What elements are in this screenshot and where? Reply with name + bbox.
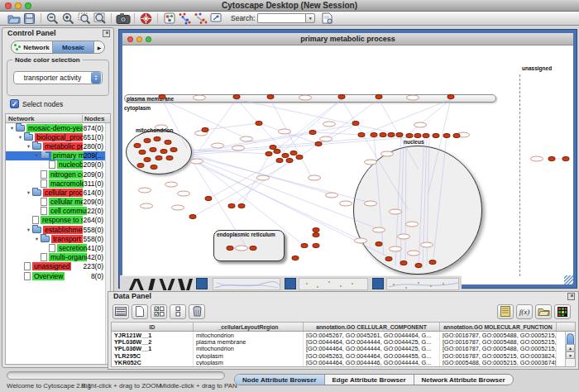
attribute-matrix-icon[interactable] (554, 304, 571, 319)
graph-node-label[interactable] (364, 201, 377, 207)
zoom-out-icon[interactable] (45, 12, 60, 25)
tab-network[interactable]: Network (12, 41, 53, 53)
graph-node-label[interactable] (256, 175, 270, 181)
graph-node-label[interactable] (278, 129, 291, 135)
tree-row[interactable]: ▼biological_process651(0) (6, 132, 110, 141)
graph-node[interactable] (160, 149, 168, 154)
graph-node[interactable] (315, 141, 323, 146)
tree-row[interactable]: cellular metabo209(0) (6, 198, 110, 207)
graph-node-label[interactable] (177, 191, 190, 197)
open-file-icon[interactable] (6, 12, 22, 25)
graph-node-label[interactable] (165, 182, 178, 188)
expander-icon[interactable]: ▼ (33, 153, 41, 158)
tree-row[interactable]: unassigned223(0) (6, 262, 110, 271)
graph-node-label[interactable] (530, 156, 543, 162)
table-row[interactable]: YPL036W__1mitochondrion[GO:0044464, GO:0… (112, 346, 575, 352)
tree-row[interactable]: macromolecule311(0) (6, 179, 110, 188)
graph-node-label[interactable] (397, 234, 410, 240)
search-dropdown-arrow-icon[interactable]: ▼ (305, 13, 315, 23)
graph-node-label[interactable] (325, 193, 338, 198)
tab-edge-attribute-browser[interactable]: Edge Attribute Browser (325, 375, 414, 385)
graph-node[interactable] (447, 94, 455, 99)
graph-node[interactable] (137, 163, 145, 168)
zoom-in-icon[interactable] (60, 12, 76, 25)
select-all-attributes-icon[interactable] (151, 304, 167, 319)
graph-node[interactable] (385, 256, 393, 261)
graph-node[interactable] (292, 256, 299, 261)
tree-row[interactable]: response to stimulu264(0) (6, 216, 110, 225)
graph-node[interactable] (150, 147, 157, 152)
graph-node[interactable] (562, 156, 570, 161)
graph-node[interactable] (433, 133, 440, 138)
graph-node-label[interactable] (308, 175, 321, 181)
graph-node-label[interactable] (235, 246, 248, 251)
graph-node-label[interactable] (299, 95, 312, 101)
zoom-fit-icon[interactable] (92, 12, 108, 25)
graph-node-label[interactable] (232, 146, 245, 151)
table-row[interactable]: YJR121W__1mitochondrion[GO:0045267, GO:0… (112, 332, 575, 338)
graph-node-label[interactable] (407, 251, 420, 256)
tree-row[interactable]: nitrogen compo209(0) (6, 170, 110, 179)
graph-node[interactable] (270, 145, 277, 150)
graph-node[interactable] (415, 263, 423, 268)
graph-node[interactable] (286, 158, 294, 163)
graph-node[interactable] (443, 133, 451, 138)
graph-node[interactable] (139, 150, 146, 155)
tree-row[interactable]: cell communicat22(0) (6, 207, 110, 216)
graph-node[interactable] (159, 94, 166, 99)
expander-icon[interactable]: ▼ (33, 237, 41, 241)
create-view-icon[interactable] (208, 12, 224, 25)
save-session-icon[interactable] (22, 12, 37, 25)
graph-node[interactable] (396, 132, 404, 137)
graph-node[interactable] (266, 151, 273, 156)
function-builder-icon[interactable]: f(x) (516, 304, 533, 319)
graph-node[interactable] (296, 155, 304, 160)
expander-icon[interactable]: ▼ (17, 135, 24, 140)
graph-node[interactable] (371, 132, 378, 137)
table-scrollbar[interactable]: ▲ ▼ (565, 332, 575, 366)
new-attribute-icon[interactable] (132, 304, 148, 319)
graph-node[interactable] (227, 246, 234, 251)
column-header[interactable]: annotation.GO MOLECULAR_FUNCTION (440, 323, 557, 331)
node-color-dropdown[interactable]: transporter activity ▲▼ (13, 71, 103, 84)
graph-node-label[interactable] (420, 242, 433, 248)
graph-node[interactable] (228, 203, 236, 208)
graph-node[interactable] (548, 156, 556, 161)
graph-node[interactable] (309, 130, 317, 135)
help-lifering-icon[interactable] (138, 12, 154, 25)
frame-titlebar[interactable]: primary metabolic process (122, 33, 573, 45)
tree-row[interactable]: nucleobase-209(0) (6, 160, 110, 170)
import-annotation-icon[interactable] (319, 12, 335, 25)
graph-node[interactable] (358, 132, 366, 137)
tree-row[interactable]: ▼primary metabol209(... (6, 151, 110, 160)
tree-row[interactable]: Overview8(0) (6, 271, 110, 280)
table-row[interactable]: YLR295Ccytoplasm[GO:0045263, GO:0044464,… (112, 352, 575, 359)
graph-node-label[interactable] (193, 95, 206, 101)
graph-node[interactable] (166, 155, 174, 160)
graph-node[interactable] (301, 243, 309, 248)
vizmapper-icon[interactable] (161, 12, 177, 25)
graph-node-label[interactable] (240, 136, 253, 142)
expander-icon[interactable]: ▼ (25, 227, 32, 232)
graph-node[interactable] (134, 143, 141, 148)
graph-node[interactable] (376, 94, 383, 99)
graph-node[interactable] (189, 214, 197, 219)
graph-node-label[interactable] (389, 209, 402, 215)
float-data-panel-icon[interactable] (567, 293, 575, 300)
graph-node-label[interactable] (389, 246, 402, 252)
graph-node-label[interactable] (339, 201, 352, 207)
graph-node[interactable] (338, 94, 346, 99)
graph-node-label[interactable] (354, 238, 367, 244)
graph-node-label[interactable] (171, 205, 184, 211)
graph-node[interactable] (165, 140, 172, 145)
graph-node[interactable] (274, 149, 281, 154)
graph-node-label[interactable] (138, 188, 151, 194)
tab-node-attribute-browser[interactable]: Node Attribute Browser (235, 375, 325, 385)
column-header[interactable]: _cellularLayoutRegion (194, 323, 304, 331)
resize-grip-icon[interactable] (564, 275, 573, 284)
graph-node[interactable] (423, 133, 430, 138)
apply-layout-icon[interactable] (177, 12, 193, 25)
graph-node-label[interactable] (414, 122, 427, 128)
tree-row[interactable]: ▼transport558(0) (6, 234, 110, 243)
import-attributes-icon[interactable] (535, 304, 552, 319)
